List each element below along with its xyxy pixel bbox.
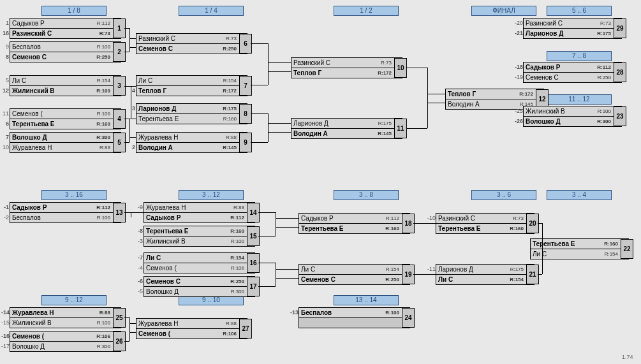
- match-24: -13БеспаловR:100W: [298, 308, 410, 328]
- connector: [129, 137, 136, 138]
- match-8: 3Ларионов ДR:1753 Терентьева ЕR:1600: [136, 104, 247, 124]
- match-row: 7Волошко ДR:3003: [10, 132, 121, 143]
- match-number: 9: [239, 133, 252, 152]
- match-number: 23: [614, 106, 626, 126]
- connector: [276, 218, 298, 219]
- match-row: Терентьева ЕR:1603: [530, 238, 629, 249]
- match-row: Ли СR:1540: [298, 264, 410, 275]
- match-14: -9Журавлева НR:881 Садыков РR:1123: [144, 203, 255, 223]
- connector: [129, 119, 130, 142]
- connector: [251, 113, 268, 114]
- match-19: Ли СR:1540 Семенов СR:2503: [298, 265, 410, 285]
- connector: [427, 103, 445, 103]
- connector: [251, 85, 268, 85]
- match-18: Садыков РR:1120 Терентьева ЕR:1603: [298, 214, 410, 234]
- match-row: -25Жилинский ВR:100L: [523, 106, 622, 117]
- connector: [538, 223, 542, 224]
- match-row: Разинский СR:731: [136, 33, 247, 44]
- match-row: -15Жилинский ВR:100L: [10, 317, 121, 328]
- match-row: -9Журавлева НR:881: [144, 202, 255, 213]
- match-1: 1Садыков РR:1122 16Разинский СR:733: [10, 18, 121, 39]
- match-20: -10Разинский СR:730 Терентьева ЕR:1603: [436, 214, 534, 234]
- match-row: Ли СR:1540: [136, 75, 247, 86]
- match-row: 1Садыков РR:1122: [10, 18, 121, 29]
- match-row: Терентьева ЕR:1603: [436, 223, 534, 234]
- match-row: 6Терентьева ЕR:1603: [10, 119, 121, 129]
- connector: [131, 212, 131, 217]
- match-number: 11: [394, 119, 407, 138]
- connector: [276, 227, 298, 228]
- match-row: Володин АR:1453: [291, 128, 402, 139]
- bracket-canvas: 1 / 8 1 / 4 1 / 2 ФИНАЛ 5 .. 6 7 .. 8 11…: [0, 0, 641, 364]
- match-number: 29: [614, 18, 626, 38]
- match-row: -8Терентьева ЕR:1602: [144, 226, 255, 237]
- match-number: 19: [402, 265, 415, 284]
- version-footer: 1.74: [622, 354, 633, 360]
- match-row: Терентьева ЕR:1600: [136, 113, 247, 124]
- match-row: -13БеспаловR:100W: [298, 307, 410, 318]
- connector: [276, 278, 298, 279]
- match-16: -7Ли СR:1543 -4Семенов (R:1060: [144, 253, 255, 273]
- connector: [268, 113, 269, 142]
- header-final: ФИНАЛ: [471, 6, 536, 16]
- match-row: Ларионов ДR:1750: [291, 118, 402, 129]
- match-row: -16Семенов (R:1060: [10, 331, 121, 342]
- match-row: Ли СR:1540: [530, 249, 629, 259]
- match-number: 15: [247, 226, 260, 246]
- match-number: 22: [621, 239, 633, 259]
- match-row: 12Жилинский ВR:1003: [10, 85, 121, 96]
- connector: [129, 47, 136, 48]
- header-3-8: 3 .. 8: [334, 190, 399, 200]
- match-28: -18Садыков РR:112L -19Семенов СR:250W: [523, 62, 622, 83]
- match-15: -8Терентьева ЕR:1602 -3Жилинский ВR:1003: [144, 226, 255, 247]
- match-row: -10Разинский СR:730: [436, 213, 534, 224]
- match-row: Терентьева ЕR:1603: [298, 223, 410, 234]
- match-row: Разинский СR:730: [291, 57, 402, 68]
- header-3-6: 3 .. 6: [471, 190, 536, 200]
- header-7-8: 7 .. 8: [547, 51, 612, 61]
- match-row: 2Володин АR:1453: [136, 142, 247, 153]
- match-row: Ли СR:1543: [436, 274, 534, 285]
- connector: [268, 62, 291, 63]
- match-row: -5Волошко ДR:3002: [144, 286, 255, 297]
- match-row: 3Ларионов ДR:1753: [136, 103, 247, 114]
- match-number: 3: [113, 76, 126, 96]
- match-row: Журавлева НR:880: [136, 132, 247, 143]
- match-row: -17Волошко ДR:3003: [10, 341, 121, 352]
- connector: [268, 123, 291, 124]
- header-3-4: 3 .. 4: [547, 190, 612, 200]
- connector: [129, 317, 130, 341]
- connector: [413, 223, 436, 224]
- connector: [258, 263, 276, 263]
- header-1-2: 1 / 2: [334, 6, 399, 16]
- connector: [258, 212, 276, 213]
- connector: [406, 68, 427, 68]
- connector: [268, 132, 291, 133]
- match-row: Журавлева НR:880: [136, 318, 247, 329]
- match-number: 4: [113, 109, 126, 129]
- match-row: -20Разинский СR:730: [523, 18, 622, 29]
- match-3: 5Ли СR:1540 12Жилинский ВR:1003: [10, 76, 121, 96]
- match-number: 7: [239, 76, 252, 96]
- match-number: 25: [113, 308, 126, 328]
- connector: [276, 269, 298, 270]
- match-number: 18: [402, 214, 415, 233]
- match-number: 24: [402, 308, 415, 328]
- connector: [129, 28, 130, 52]
- connector: [427, 94, 445, 94]
- match-row: -6Семенов СR:2503: [144, 276, 255, 287]
- match-row: -21Ларионов ДR:1753: [523, 28, 622, 39]
- connector: [251, 43, 268, 44]
- match-row: -4Семенов (R:1060: [144, 263, 255, 273]
- match-11: Ларионов ДR:1750 Володин АR:1453: [291, 119, 402, 139]
- match-6: Разинский СR:731 Семенов СR:2503: [136, 34, 247, 54]
- match-row: -2БеспаловR:1003: [10, 212, 121, 223]
- connector: [276, 212, 276, 236]
- match-row: -14Журавлева НR:88W: [10, 307, 121, 318]
- match-row: -11Ларионов ДR:1752: [436, 264, 534, 275]
- match-17: -6Семенов СR:2503 -5Волошко ДR:3002: [144, 277, 255, 297]
- match-row: 4Теплов ГR:1723: [136, 85, 247, 96]
- match-row: Семенов СR:2503: [298, 274, 410, 285]
- match-number: 5: [113, 133, 126, 152]
- connector: [258, 286, 276, 287]
